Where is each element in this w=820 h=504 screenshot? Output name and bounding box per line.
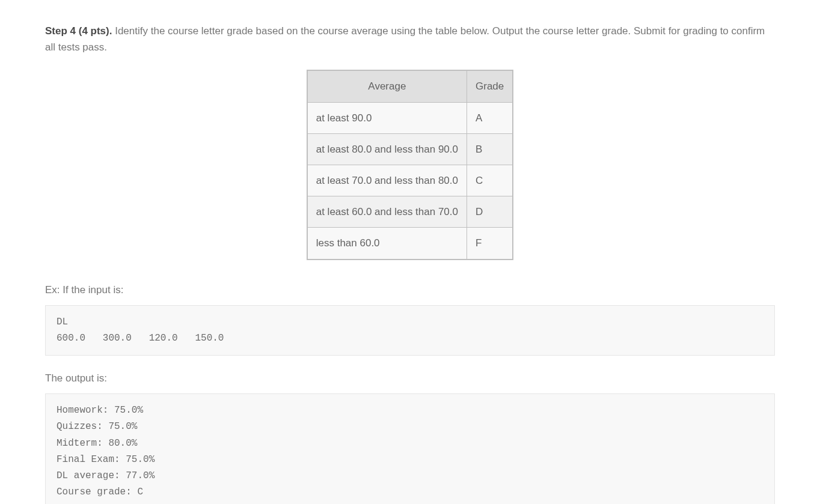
cell-grade: D bbox=[467, 196, 513, 228]
grade-table: Average Grade at least 90.0 A at least 8… bbox=[307, 70, 514, 260]
cell-average: less than 60.0 bbox=[307, 228, 467, 260]
header-grade: Grade bbox=[467, 70, 513, 102]
cell-average: at least 80.0 and less than 90.0 bbox=[307, 133, 467, 165]
example-input-code: DL 600.0 300.0 120.0 150.0 bbox=[45, 305, 775, 356]
cell-grade: B bbox=[467, 133, 513, 165]
cell-average: at least 60.0 and less than 70.0 bbox=[307, 196, 467, 228]
table-row: less than 60.0 F bbox=[307, 228, 513, 260]
table-header-row: Average Grade bbox=[307, 70, 513, 102]
step-heading: Step 4 (4 pts). Identify the course lett… bbox=[45, 23, 775, 55]
cell-average: at least 70.0 and less than 80.0 bbox=[307, 165, 467, 196]
step-text: Identify the course letter grade based o… bbox=[45, 25, 765, 53]
example-input-label: Ex: If the input is: bbox=[45, 282, 775, 298]
cell-grade: C bbox=[467, 165, 513, 196]
table-row: at least 80.0 and less than 90.0 B bbox=[307, 133, 513, 165]
header-average: Average bbox=[307, 70, 467, 102]
step-label: Step 4 (4 pts). bbox=[45, 25, 112, 37]
example-output-label: The output is: bbox=[45, 370, 775, 386]
example-output-code: Homework: 75.0% Quizzes: 75.0% Midterm: … bbox=[45, 393, 775, 504]
cell-grade: A bbox=[467, 102, 513, 133]
cell-average: at least 90.0 bbox=[307, 102, 467, 133]
table-row: at least 70.0 and less than 80.0 C bbox=[307, 165, 513, 196]
table-row: at least 90.0 A bbox=[307, 102, 513, 133]
table-row: at least 60.0 and less than 70.0 D bbox=[307, 196, 513, 228]
cell-grade: F bbox=[467, 228, 513, 260]
